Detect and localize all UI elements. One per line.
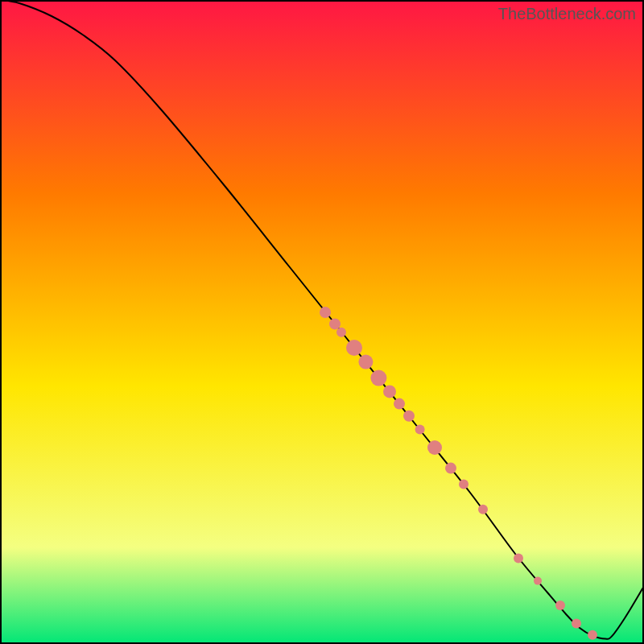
data-marker (555, 601, 565, 610)
gradient-background (0, 0, 644, 644)
data-marker (572, 618, 581, 628)
data-marker (459, 480, 469, 489)
data-marker (329, 318, 341, 329)
bottleneck-curve-chart (0, 0, 644, 644)
data-marker (370, 370, 386, 386)
data-marker (514, 554, 523, 564)
chart-container: TheBottleneck.com (0, 0, 644, 644)
data-marker (588, 630, 597, 640)
data-marker (534, 577, 542, 585)
data-marker (383, 385, 396, 398)
watermark-text: TheBottleneck.com (498, 5, 636, 23)
data-marker (427, 440, 442, 455)
data-marker (415, 425, 425, 435)
data-marker (445, 463, 456, 474)
data-marker (346, 340, 362, 356)
data-marker (403, 411, 415, 422)
data-marker (394, 398, 405, 410)
data-marker (336, 328, 346, 337)
data-marker (478, 505, 488, 514)
data-marker (320, 307, 331, 318)
data-marker (358, 355, 373, 369)
